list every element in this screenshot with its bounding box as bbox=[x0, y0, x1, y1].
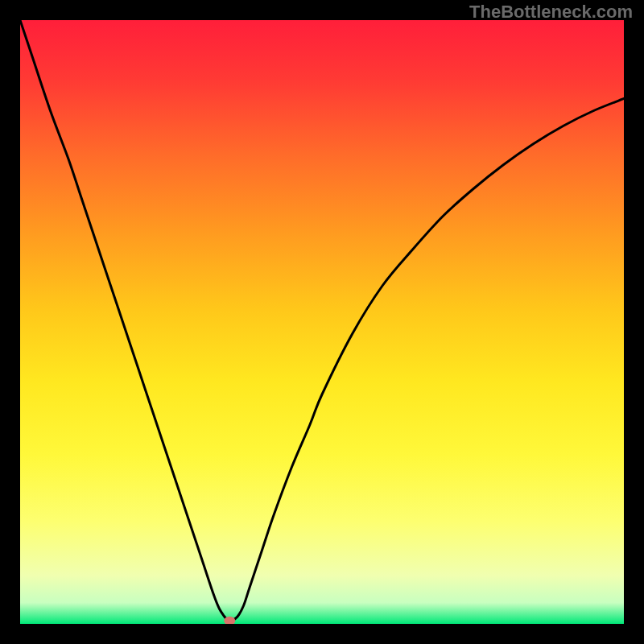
gradient-background bbox=[20, 20, 624, 624]
watermark-text: TheBottleneck.com bbox=[469, 2, 633, 23]
chart-frame: TheBottleneck.com bbox=[0, 0, 644, 644]
chart-svg bbox=[20, 20, 624, 624]
plot-area bbox=[20, 20, 624, 624]
